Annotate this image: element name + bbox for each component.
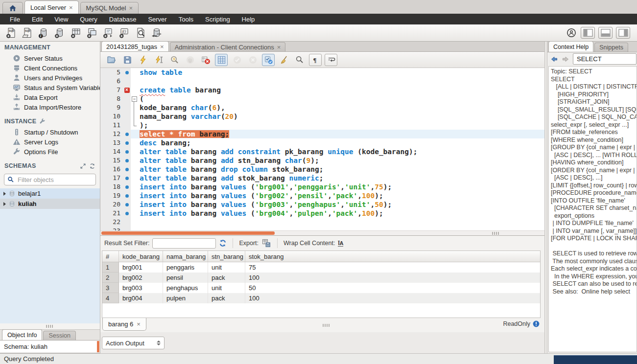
sidebar-item-startup-shutdown[interactable]: Startup / Shutdown bbox=[0, 127, 100, 137]
create-function-button[interactable]: f() bbox=[117, 26, 132, 40]
code-line-17[interactable]: 17alter table barang add stok_barang num… bbox=[100, 174, 544, 182]
code-line-21[interactable]: 21insert into barang values ('brg004','p… bbox=[100, 209, 544, 218]
code-line-11[interactable]: 11); bbox=[100, 121, 544, 130]
sidebar-item-data-export[interactable]: Data Export bbox=[0, 92, 100, 102]
editor-tab-201431285-tugas[interactable]: 201431285_tugas× bbox=[101, 41, 169, 51]
table-cell[interactable]: 50 bbox=[245, 283, 540, 293]
close-icon[interactable]: × bbox=[69, 4, 73, 11]
create-view-button[interactable] bbox=[85, 26, 99, 40]
code-line-19[interactable]: 19insert into barang values ('brg002','p… bbox=[100, 191, 544, 200]
save-script-button[interactable] bbox=[121, 54, 134, 66]
table-cell[interactable]: unit bbox=[208, 262, 245, 273]
table-row[interactable]: 1brg001penggarisunit75 bbox=[102, 262, 540, 273]
sidebar-tab-object-info[interactable]: Object Info bbox=[2, 329, 42, 340]
limit-rows-button[interactable] bbox=[215, 54, 228, 66]
code-line-23[interactable]: 23 bbox=[100, 227, 544, 230]
help-tab-context-help[interactable]: Context Help bbox=[548, 42, 593, 52]
menu-database[interactable]: Database bbox=[103, 16, 142, 23]
table-cell[interactable]: unit bbox=[208, 283, 245, 293]
code-line-12[interactable]: 12select * from barang; bbox=[100, 130, 544, 138]
search-table-data-button[interactable] bbox=[133, 26, 148, 40]
menu-help[interactable]: Help bbox=[236, 16, 261, 23]
window-tab-mysql-model[interactable]: MySQL Model× bbox=[80, 2, 139, 14]
schema-filter[interactable] bbox=[4, 174, 96, 185]
column-header-stok-barang[interactable]: stok_barang bbox=[245, 251, 540, 262]
toggle-autocommit-button[interactable] bbox=[262, 54, 275, 66]
sidebar-item-server-status[interactable]: Server Status bbox=[0, 53, 100, 63]
table-cell[interactable]: brg003 bbox=[119, 283, 163, 293]
result-tab-barang[interactable]: barang 6 × bbox=[102, 318, 146, 331]
code-line-20[interactable]: 20insert into barang values ('brg003','p… bbox=[100, 200, 544, 209]
commit-button[interactable] bbox=[231, 54, 243, 66]
table-cell[interactable]: 100 bbox=[245, 273, 540, 283]
code-line-6[interactable]: 6 bbox=[100, 77, 544, 86]
sidebar-item-options-file[interactable]: Options File bbox=[0, 147, 100, 157]
close-icon[interactable]: × bbox=[277, 44, 281, 50]
menu-edit[interactable]: Edit bbox=[26, 16, 48, 23]
export-recordset-icon[interactable] bbox=[261, 238, 271, 248]
splitter-grip[interactable] bbox=[492, 232, 500, 235]
table-row[interactable]: 3brg003penghapusunit50 bbox=[102, 283, 540, 293]
sidebar-splitter[interactable] bbox=[0, 323, 100, 329]
toggle-sidebar-panel-button[interactable] bbox=[581, 27, 595, 39]
window-tab-local-server[interactable]: Local Server× bbox=[24, 0, 79, 14]
sidebar-item-data-import-restore[interactable]: Data Import/Restore bbox=[0, 102, 100, 112]
table-cell[interactable]: 75 bbox=[245, 262, 540, 273]
column-header-kode-barang[interactable]: kode_barang bbox=[119, 251, 163, 262]
menu-tools[interactable]: Tools bbox=[173, 16, 199, 23]
expander-icon[interactable] bbox=[3, 192, 6, 196]
table-cell[interactable]: pensil bbox=[163, 273, 208, 283]
column-header-nama-barang[interactable]: nama_barang bbox=[163, 251, 208, 262]
table-row[interactable]: 4brg004pulpenpack100 bbox=[102, 293, 540, 303]
table-cell[interactable]: brg004 bbox=[119, 293, 163, 303]
toggle-output-panel-button[interactable] bbox=[598, 27, 613, 39]
menu-query[interactable]: Query bbox=[74, 16, 103, 23]
open-sql-script-button[interactable]: SQL bbox=[20, 26, 35, 40]
toggle-stop-on-error-button[interactable] bbox=[199, 54, 212, 66]
table-cell[interactable]: pack bbox=[208, 273, 245, 283]
sidebar-item-client-connections[interactable]: Client Connections bbox=[0, 63, 100, 73]
splitter-grip[interactable] bbox=[323, 324, 330, 327]
close-icon[interactable]: × bbox=[137, 321, 141, 327]
reconnect-dbms-button[interactable] bbox=[149, 26, 164, 40]
object-info-scrollbar[interactable] bbox=[97, 341, 99, 352]
create-table-button[interactable] bbox=[69, 26, 83, 40]
show-invisibles-button[interactable]: ¶ bbox=[309, 54, 322, 66]
refresh-icon[interactable] bbox=[219, 239, 227, 247]
stop-execution-button[interactable] bbox=[184, 54, 196, 66]
sidebar-item-server-logs[interactable]: Server Logs bbox=[0, 137, 100, 147]
editor-horizontal-scrollbar[interactable] bbox=[100, 230, 544, 235]
column-header-[interactable]: # bbox=[102, 251, 119, 262]
help-topic-select[interactable]: SELECT bbox=[573, 53, 637, 65]
create-schema-button[interactable] bbox=[52, 26, 67, 40]
create-procedure-button[interactable] bbox=[101, 26, 116, 40]
back-icon[interactable] bbox=[550, 55, 558, 63]
close-icon[interactable]: × bbox=[160, 44, 164, 50]
editor-tab-administration-client-connections[interactable]: Administration - Client Connections× bbox=[170, 42, 286, 51]
schema-filter-input[interactable] bbox=[17, 176, 93, 184]
schema-kuliah[interactable]: kuliah bbox=[0, 199, 100, 209]
sidebar-tab-session[interactable]: Session bbox=[43, 331, 75, 340]
fold-marker-icon[interactable] bbox=[131, 94, 138, 103]
code-line-16[interactable]: 16alter table barang drop column stok_ba… bbox=[100, 165, 544, 174]
menu-file[interactable]: File bbox=[4, 16, 26, 23]
code-line-7[interactable]: 7create table barang bbox=[100, 86, 544, 94]
code-line-9[interactable]: 9kode_barang char(6), bbox=[100, 103, 544, 112]
menu-view[interactable]: View bbox=[48, 16, 74, 23]
scrollbar-thumb[interactable] bbox=[101, 231, 275, 235]
rollback-button[interactable] bbox=[246, 54, 259, 66]
code-line-15[interactable]: 15alter table barang add stn_barang char… bbox=[100, 156, 544, 165]
code-line-5[interactable]: 5show table bbox=[100, 68, 544, 77]
menu-scripting[interactable]: Scripting bbox=[199, 16, 236, 23]
find-button[interactable] bbox=[293, 54, 306, 66]
table-row[interactable]: 2brg002pensilpack100 bbox=[102, 273, 540, 283]
result-filter-input[interactable] bbox=[152, 238, 216, 249]
execute-statements-button[interactable] bbox=[137, 54, 149, 66]
table-cell[interactable]: 100 bbox=[245, 293, 540, 303]
code-line-10[interactable]: 10nama_barang varchar(20) bbox=[100, 112, 544, 121]
table-cell[interactable]: pack bbox=[208, 293, 245, 303]
explain-plan-button[interactable] bbox=[168, 54, 181, 66]
table-cell[interactable]: brg001 bbox=[119, 262, 163, 273]
schema-belajar1[interactable]: belajar1 bbox=[0, 188, 100, 199]
forward-icon[interactable] bbox=[562, 55, 569, 63]
